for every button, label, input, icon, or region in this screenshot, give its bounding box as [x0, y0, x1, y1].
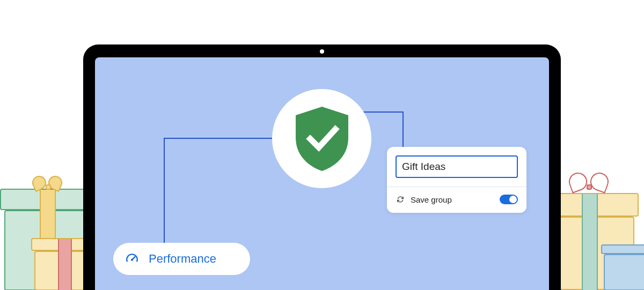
save-group-row: Save group: [387, 187, 526, 213]
sync-icon: [396, 195, 405, 204]
speedometer-icon: [125, 252, 139, 266]
svg-point-0: [131, 258, 133, 261]
laptop-screen: Performance Save group: [95, 57, 549, 290]
shield-check-icon: [292, 105, 352, 173]
laptop-frame: Performance Save group: [83, 44, 561, 290]
performance-pill[interactable]: Performance: [113, 243, 250, 275]
connector-line: [402, 111, 404, 151]
camera-dot: [320, 49, 324, 54]
tab-group-card: Save group: [387, 147, 526, 213]
connector-line: [164, 138, 165, 248]
save-group-label: Save group: [411, 195, 452, 204]
gift-decor-right-2: [601, 244, 644, 290]
tab-group-name-input[interactable]: [396, 155, 518, 178]
illustration-stage: Performance Save group: [0, 0, 644, 290]
connector-line: [164, 138, 276, 139]
performance-label: Performance: [149, 252, 216, 266]
security-shield-badge: [272, 89, 371, 188]
save-group-toggle[interactable]: [500, 195, 518, 204]
